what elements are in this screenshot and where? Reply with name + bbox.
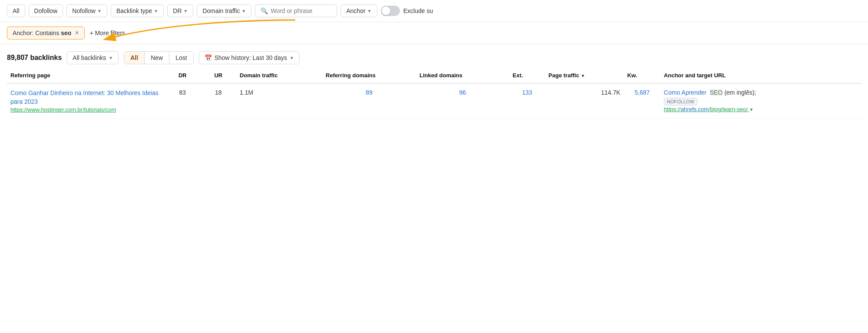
th-domain-traffic-label: Domain traffic — [240, 72, 277, 79]
referring-page-title-link[interactable]: Como Ganhar Dinheiro na Internet: 30 Mel… — [10, 89, 161, 106]
target-url-path: /blog/learn-seo/ — [709, 106, 748, 112]
th-page-traffic-label: Page traffic — [548, 72, 579, 79]
nofollow-badge: NOFOLLOW — [664, 98, 697, 106]
all-backlinks-label: All backlinks — [73, 54, 106, 61]
backlinks-table-container: Referring page DR UR Domain traffic Refe… — [0, 68, 868, 119]
tab-lost[interactable]: Lost — [169, 52, 193, 64]
page-traffic-value: 114.7K — [601, 89, 620, 96]
active-filter-row: Anchor: Contains seo × + More filters — [0, 22, 868, 44]
table-row: Como Ganhar Dinheiro na Internet: 30 Mel… — [7, 83, 861, 119]
filter-domain-traffic-label: Domain traffic — [202, 7, 240, 14]
filter-anchor-label: Anchor — [346, 7, 365, 14]
tab-lost-label: Lost — [175, 54, 187, 61]
anchor-filter-text: Anchor: Contains seo — [13, 30, 71, 36]
td-linked-domains: 96 — [416, 83, 509, 119]
th-ext: Ext. — [509, 68, 545, 83]
referring-page-url-link[interactable]: https://www.hostinger.com.br/tutoriais/c… — [10, 106, 116, 113]
search-box: 🔍 — [255, 4, 337, 17]
target-url-link[interactable]: https://ahrefs.com/blog/learn-seo/ — [664, 106, 749, 112]
tab-new[interactable]: New — [145, 52, 169, 64]
tab-new-label: New — [151, 54, 163, 61]
anchor-filter-tag: Anchor: Contains seo × — [7, 26, 85, 40]
sort-arrow-icon: ▼ — [581, 73, 585, 78]
exclude-toggle-container — [381, 6, 400, 16]
ext-value: 133 — [522, 89, 532, 96]
td-ext: 133 — [509, 83, 545, 119]
anchor-highlighted-word: SEO — [710, 89, 723, 96]
history-label: Show history: Last 30 days — [215, 54, 287, 61]
filter-backlink-type-button[interactable]: Backlink type ▼ — [111, 4, 164, 17]
filter-dr-label: DR — [173, 7, 182, 14]
th-referring-domains-label: Referring domains — [326, 72, 376, 79]
table-header-row: Referring page DR UR Domain traffic Refe… — [7, 68, 861, 83]
anchor-text-line: Como Aprender SEO (em inglês); — [664, 89, 785, 96]
ur-value: 18 — [215, 89, 222, 96]
close-filter-button[interactable]: × — [75, 30, 79, 36]
chevron-down-icon: ▼ — [184, 9, 188, 13]
filter-nofollow-label: Nofollow — [72, 7, 96, 14]
dr-value: 83 — [179, 89, 186, 96]
chevron-down-icon: ▼ — [97, 9, 102, 13]
tab-all-label: All — [130, 54, 138, 61]
filter-bar: All Dofollow Nofollow ▼ Backlink type ▼ … — [0, 0, 868, 22]
th-referring-page-label: Referring page — [10, 72, 50, 79]
search-icon: 🔍 — [261, 7, 268, 14]
filter-all-label: All — [13, 7, 20, 14]
filter-anchor-button[interactable]: Anchor ▼ — [340, 4, 377, 17]
anchor-target-container: Como Aprender SEO (em inglês); NOFOLLOW … — [664, 89, 785, 112]
anchor-prefix-link[interactable]: Como Aprender SEO — [664, 89, 724, 96]
filter-all-button[interactable]: All — [7, 4, 25, 17]
th-ext-label: Ext. — [513, 72, 523, 79]
th-dr-label: DR — [178, 72, 187, 79]
td-anchor-target: Como Aprender SEO (em inglês); NOFOLLOW … — [660, 83, 861, 119]
backlinks-tab-group: All New Lost — [124, 51, 193, 64]
chevron-down-icon: ▼ — [290, 56, 294, 60]
th-ur-label: UR — [214, 72, 222, 79]
referring-domains-value: 89 — [366, 89, 373, 96]
anchor-filter-prefix: Anchor: Contains — [13, 30, 59, 36]
chevron-down-icon: ▼ — [154, 9, 158, 13]
search-input[interactable] — [271, 7, 331, 14]
tab-all[interactable]: All — [124, 52, 145, 64]
th-linked-domains: Linked domains — [416, 68, 509, 83]
referring-domains-link[interactable]: 89 — [366, 89, 373, 96]
chevron-down-icon[interactable]: ▼ — [749, 107, 753, 112]
anchor-filter-keyword: seo — [61, 30, 71, 36]
linked-domains-link[interactable]: 96 — [459, 89, 466, 96]
backlinks-count: 89,807 backlinks — [7, 54, 62, 62]
filter-dr-button[interactable]: DR ▼ — [167, 4, 193, 17]
th-dr: DR — [165, 68, 201, 83]
td-referring-page: Como Ganhar Dinheiro na Internet: 30 Mel… — [7, 83, 165, 119]
chevron-down-icon: ▼ — [367, 9, 372, 13]
show-history-button[interactable]: 📅 Show history: Last 30 days ▼ — [199, 51, 300, 64]
exclude-toggle[interactable] — [381, 6, 400, 16]
filter-dofollow-button[interactable]: Dofollow — [29, 4, 63, 17]
more-filters-button[interactable]: + More filters — [90, 30, 125, 36]
ext-link[interactable]: 133 — [522, 89, 532, 96]
referring-page-url-text: https://www.hostinger.com.br/tutoriais/c… — [10, 106, 116, 113]
filter-dofollow-label: Dofollow — [34, 7, 58, 14]
td-dr: 83 — [165, 83, 201, 119]
th-referring-page: Referring page — [7, 68, 165, 83]
anchor-suffix: (em inglês); — [724, 89, 756, 96]
filter-nofollow-button[interactable]: Nofollow ▼ — [66, 4, 107, 17]
th-kw: Kw. — [624, 68, 660, 83]
td-kw: 5,687 — [624, 83, 660, 119]
calendar-icon: 📅 — [205, 54, 212, 61]
td-page-traffic: 114.7K — [545, 83, 624, 119]
th-linked-domains-label: Linked domains — [419, 72, 462, 79]
more-filters-label: + More filters — [90, 30, 125, 36]
referring-page-title: Como Ganhar Dinheiro na Internet: 30 Mel… — [10, 89, 158, 105]
exclude-label: Exclude su — [403, 7, 433, 14]
th-anchor-target-label: Anchor and target URL — [664, 72, 726, 79]
anchor-prefix: Como Aprender — [664, 89, 706, 96]
domain-traffic-value: 1.1M — [240, 89, 253, 96]
all-backlinks-dropdown[interactable]: All backlinks ▼ — [67, 51, 119, 64]
filter-domain-traffic-button[interactable]: Domain traffic ▼ — [197, 4, 251, 17]
stats-row: 89,807 backlinks All backlinks ▼ All New… — [0, 44, 868, 68]
th-kw-label: Kw. — [627, 72, 637, 79]
td-referring-domains: 89 — [322, 83, 416, 119]
kw-link[interactable]: 5,687 — [634, 89, 650, 96]
td-ur: 18 — [201, 83, 237, 119]
th-page-traffic[interactable]: Page traffic ▼ — [545, 68, 624, 83]
